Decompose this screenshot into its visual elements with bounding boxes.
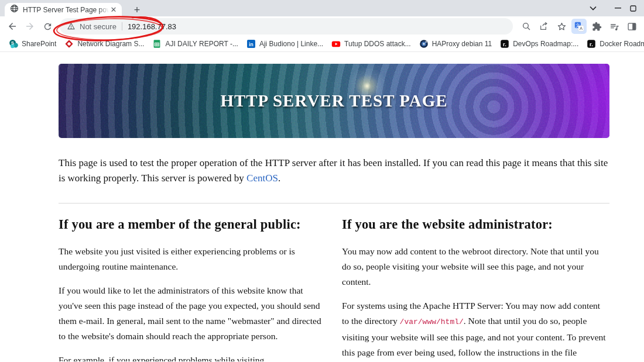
extensions-icon[interactable] (589, 19, 604, 34)
translate-icon[interactable]: 文 A (571, 19, 587, 34)
banner-image: HTTP SERVER TEST PAGE (59, 64, 609, 138)
browser-window: HTTP Server Test Page powered ✕ + (0, 0, 644, 362)
tab-close-icon[interactable]: ✕ (109, 5, 118, 15)
security-label: Not secure (80, 22, 117, 31)
svg-text:r.: r. (503, 41, 506, 47)
bookmark-item[interactable]: r.DevOps Roadmap:... (496, 37, 583, 50)
side-panel-icon[interactable] (624, 19, 639, 34)
intro-text-end: . (278, 173, 280, 184)
svg-text:S: S (11, 40, 14, 46)
admin-heading: If you are the website administrator: (342, 217, 609, 232)
browser-toolbar: Not secure 192.168.77.83 文 A (0, 16, 644, 36)
bookmark-item[interactable]: AJI DAILY REPORT -... (148, 37, 242, 50)
bookmark-item[interactable]: Network Diagram S... (60, 37, 148, 50)
public-column: If you are a member of the general publi… (59, 217, 326, 361)
horizontal-rule (59, 203, 609, 204)
window-controls (581, 0, 644, 16)
haproxy-icon (419, 39, 429, 49)
media-queue-icon[interactable] (607, 19, 622, 34)
public-paragraph-3: For example, if you experienced problems… (59, 353, 326, 361)
security-status[interactable]: Not secure (67, 22, 117, 31)
bookmark-label: AJI DAILY REPORT -... (165, 40, 238, 48)
maximize-icon[interactable] (630, 0, 644, 16)
bookmark-label: Tutup DDOS attack... (344, 40, 411, 48)
bookmark-item[interactable]: SSharePoint (5, 37, 60, 50)
reload-icon[interactable] (39, 18, 56, 35)
omnibox-divider (122, 22, 122, 30)
share-icon[interactable] (536, 19, 551, 34)
centos-link[interactable]: CentOS (246, 173, 278, 184)
bookmark-item[interactable]: r.Docker Roadmap -... (583, 37, 644, 50)
bookmark-star-icon[interactable] (554, 19, 569, 34)
bookmark-label: Network Diagram S... (77, 40, 144, 48)
tab-strip: HTTP Server Test Page powered ✕ + (0, 0, 644, 16)
bookmarks-bar: SSharePointNetwork Diagram S...AJI DAILY… (0, 36, 644, 52)
new-tab-button[interactable]: + (130, 3, 144, 17)
forward-icon[interactable] (22, 18, 38, 35)
roadmap-icon: r. (500, 39, 509, 49)
linkedin-icon: in (246, 39, 256, 49)
not-secure-warning-icon (67, 22, 76, 30)
bookmark-item[interactable]: inAji Budiono | Linke... (242, 37, 327, 50)
public-paragraph-2: If you would like to let the administrat… (59, 283, 326, 344)
public-paragraph-1: The website you just visited is either e… (59, 244, 326, 274)
bookmark-item[interactable]: HAProxy debian 11 (415, 37, 496, 50)
apache-docroot-path: /var/www/html/ (400, 318, 464, 326)
back-icon[interactable] (4, 18, 20, 35)
search-icon[interactable] (519, 19, 534, 34)
page-content: HTTP SERVER TEST PAGE This page is used … (0, 52, 644, 361)
roadmap-icon: r. (587, 39, 596, 49)
intro-paragraph: This page is used to test the proper ope… (59, 156, 609, 186)
svg-text:r.: r. (590, 41, 593, 47)
sheets-icon (152, 39, 162, 49)
youtube-icon (331, 39, 341, 49)
public-heading: If you are a member of the general publi… (59, 217, 326, 232)
admin-paragraph-1: You may now add content to the webroot d… (342, 244, 609, 289)
intro-text: This page is used to test the proper ope… (59, 157, 608, 184)
svg-text:in: in (249, 42, 254, 47)
tab-title: HTTP Server Test Page powered (23, 6, 109, 14)
url-text[interactable]: 192.168.77.83 (128, 22, 176, 31)
bookmark-label: HAProxy debian 11 (432, 40, 492, 48)
browser-tab[interactable]: HTTP Server Test Page powered ✕ (5, 3, 122, 16)
minimize-icon[interactable] (605, 0, 630, 16)
admin-column: If you are the website administrator: Yo… (342, 217, 609, 361)
tab-search-chevron-icon[interactable] (581, 0, 605, 16)
bookmark-item[interactable]: Tutup DDOS attack... (327, 37, 415, 50)
globe-favicon-icon (10, 4, 19, 15)
svg-text:A: A (579, 26, 583, 31)
admin-paragraph-2: For systems using the Apache HTTP Server… (342, 298, 609, 361)
sharepoint-icon: S (9, 39, 18, 49)
bookmark-label: DevOps Roadmap:... (513, 40, 578, 48)
address-bar[interactable]: Not secure 192.168.77.83 (60, 18, 513, 35)
bookmark-label: Aji Budiono | Linke... (259, 40, 323, 48)
diagram-icon (64, 39, 74, 49)
bookmark-label: SharePoint (22, 40, 56, 48)
bookmark-label: Docker Roadmap -... (600, 40, 644, 48)
banner-title: HTTP SERVER TEST PAGE (59, 64, 609, 138)
